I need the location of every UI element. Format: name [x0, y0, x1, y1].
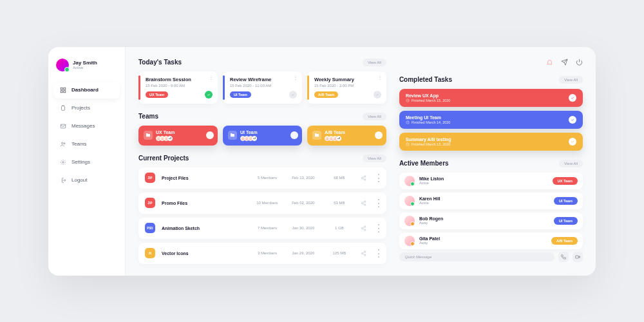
completed-date: Finished March 15, 2020 — [406, 99, 451, 102]
check-icon — [289, 91, 297, 99]
bell-icon[interactable] — [546, 59, 553, 66]
share-icon[interactable] — [361, 222, 367, 234]
arrow-button[interactable] — [206, 131, 214, 139]
more-icon[interactable]: ⋮ — [374, 247, 380, 260]
team-avatars: +2 — [325, 136, 345, 141]
svg-point-10 — [362, 177, 363, 178]
nav-teams[interactable]: Teams — [53, 136, 120, 153]
member-status: Away — [419, 221, 443, 225]
mail-icon — [60, 123, 66, 129]
svg-point-19 — [362, 252, 363, 254]
more-icon[interactable]: ⋮ — [209, 75, 214, 80]
project-name: Animation Sketch — [162, 226, 246, 231]
nav-dashboard[interactable]: Dashboard — [53, 82, 120, 99]
more-icon[interactable]: ⋮ — [293, 75, 298, 80]
arrow-button[interactable] — [375, 131, 383, 139]
task-date: 15 Feb 2020 - 11:00 AM — [230, 84, 297, 88]
svg-rect-3 — [64, 90, 66, 92]
nav-messages[interactable]: Messages — [53, 118, 120, 135]
member-name: Karen Hill — [419, 196, 440, 201]
send-icon[interactable] — [561, 59, 568, 66]
task-card[interactable]: ⋮ Weekly Summary 15 Feb 2020 - 2:00 PM A… — [307, 71, 386, 104]
svg-point-15 — [365, 226, 366, 227]
team-name: UX Team — [156, 130, 175, 135]
project-row[interactable]: AI Vector Icons 3 Members Jan 29, 2020 1… — [138, 243, 386, 264]
file-type-icon: PSD — [145, 223, 155, 233]
share-icon[interactable] — [361, 197, 367, 209]
project-row[interactable]: ZIP Project Files 5 Members Feb 13, 2020… — [138, 167, 386, 189]
video-button[interactable] — [573, 252, 583, 262]
more-icon[interactable]: ⋮ — [374, 222, 380, 234]
nav-projects[interactable]: Projects — [53, 100, 120, 117]
team-pill: A/B Team — [314, 91, 338, 98]
member-name: Gita Patel — [419, 236, 440, 241]
grid-icon — [60, 87, 66, 93]
call-button[interactable] — [558, 252, 569, 262]
more-icon[interactable]: ⋮ — [374, 172, 380, 184]
project-row[interactable]: PSD Animation Sketch 7 Members Jan 30, 2… — [138, 218, 386, 239]
member-row[interactable]: Gita Patel Away A/B Team — [399, 232, 583, 249]
member-row[interactable]: Bob Rogen Away UI Team — [399, 213, 583, 229]
avatar — [56, 59, 69, 71]
share-icon[interactable] — [361, 172, 367, 184]
team-card[interactable]: A/B Team +2 — [307, 126, 386, 146]
member-avatar — [404, 216, 415, 226]
svg-point-18 — [365, 251, 366, 252]
completed-card[interactable]: Review UX App Finished March 15, 2020 — [399, 89, 583, 107]
member-row[interactable]: Mike Liston Active UX Team — [399, 173, 583, 189]
projects-section: Current Projects View All ZIP Project Fi… — [138, 155, 386, 264]
view-all-button[interactable]: View All — [363, 59, 386, 66]
member-row[interactable]: Karen Hill Active UI Team — [399, 193, 583, 209]
project-members: 7 Members — [252, 226, 282, 230]
task-card[interactable]: ⋮ Brainstorm Session 15 Feb 2020 - 9:00 … — [138, 71, 218, 104]
project-name: Vector Icons — [162, 251, 246, 256]
tasks-section: Today's Tasks View All ⋮ Brainstorm Sess… — [138, 59, 386, 104]
view-all-button[interactable]: View All — [559, 76, 583, 84]
profile[interactable]: Jay Smith Active — [48, 59, 125, 82]
sidebar: Jay Smith Active Dashboard Projects Mess… — [48, 47, 126, 276]
member-team-pill: UI Team — [554, 197, 578, 205]
more-icon[interactable]: ⋮ — [374, 197, 380, 209]
project-members: 5 Members — [252, 176, 282, 180]
svg-point-9 — [365, 176, 366, 177]
task-card[interactable]: ⋮ Review Wireframe 15 Feb 2020 - 11:00 A… — [223, 71, 302, 104]
more-icon[interactable]: ⋮ — [377, 75, 383, 80]
completed-card[interactable]: Meeting UI Team Finished March 14, 2020 — [399, 111, 583, 129]
section-title: Completed Tasks — [399, 76, 452, 83]
svg-point-7 — [64, 142, 65, 144]
svg-point-12 — [365, 201, 366, 202]
gear-icon — [60, 159, 66, 166]
folder-icon — [144, 131, 153, 140]
team-card[interactable]: UX Team +2 — [138, 126, 218, 146]
share-icon[interactable] — [361, 247, 367, 259]
arrow-button[interactable] — [290, 131, 298, 139]
nav-settings[interactable]: Settings — [53, 154, 120, 171]
nav-label: Messages — [71, 123, 95, 129]
power-icon[interactable] — [576, 59, 583, 66]
member-team-pill: UI Team — [554, 217, 578, 225]
completed-card[interactable]: Summary A/B testing Finished March 13, 2… — [399, 133, 583, 151]
nav-label: Logout — [71, 177, 87, 183]
message-bar: Quick Message — [399, 252, 583, 262]
task-title: Weekly Summary — [314, 77, 381, 82]
team-avatars: +2 — [156, 136, 175, 141]
team-avatars: +2 — [240, 136, 258, 141]
nav-logout[interactable]: Logout — [53, 172, 120, 189]
view-all-button[interactable]: View All — [559, 160, 583, 167]
quick-message-input[interactable]: Quick Message — [399, 252, 554, 261]
top-icons — [399, 59, 583, 66]
member-avatar — [404, 236, 415, 246]
team-card[interactable]: UI Team +2 — [223, 126, 302, 146]
check-icon — [569, 116, 576, 124]
project-row[interactable]: ZIP Promo Files 10 Members Feb 02, 2020 … — [138, 193, 386, 214]
view-all-button[interactable]: View All — [363, 155, 386, 162]
clipboard-icon — [60, 105, 66, 111]
member-team-pill: A/B Team — [551, 237, 578, 245]
view-all-button[interactable]: View All — [363, 113, 386, 120]
project-members: 10 Members — [252, 201, 282, 205]
team-name: A/B Team — [325, 130, 345, 135]
check-icon — [569, 138, 576, 146]
user-name: Jay Smith — [73, 60, 97, 66]
svg-point-13 — [362, 202, 363, 204]
main: Today's Tasks View All ⋮ Brainstorm Sess… — [126, 47, 596, 276]
